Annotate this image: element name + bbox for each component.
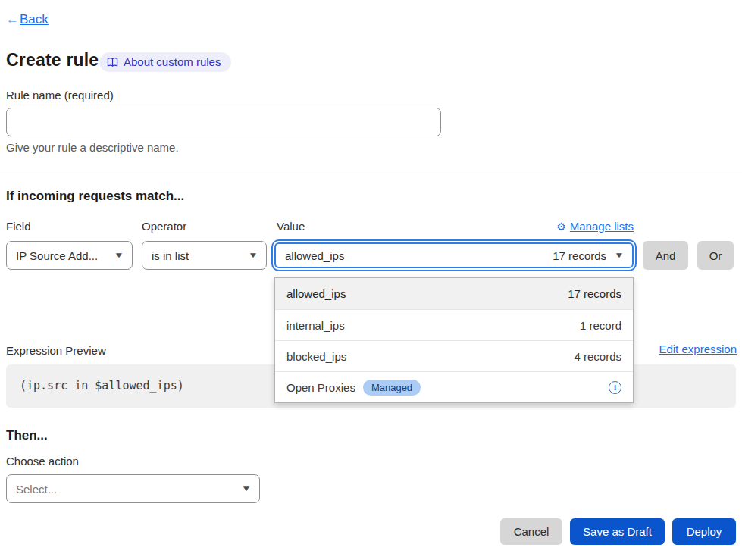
deploy-button[interactable]: Deploy <box>672 518 736 545</box>
list-item-name: Open Proxies <box>286 381 355 394</box>
match-section-title: If incoming requests match... <box>6 189 184 204</box>
list-item-internal-ips[interactable]: internal_ips 1 record <box>275 309 633 340</box>
managed-badge: Managed <box>363 380 421 396</box>
section-divider <box>0 174 742 174</box>
gear-icon: ⚙ <box>556 221 566 233</box>
back-label: Back <box>20 12 49 27</box>
value-combobox[interactable]: allowed_ips 17 records ▼ <box>274 242 634 268</box>
page-title: Create rule <box>6 50 99 70</box>
value-combobox-text: allowed_ips <box>285 249 344 262</box>
back-arrow-icon: ← <box>6 12 19 27</box>
edit-expression-link[interactable]: Edit expression <box>659 343 737 355</box>
rule-name-input[interactable] <box>6 108 441 136</box>
rule-name-helper-text: Give your rule a descriptive name. <box>6 141 179 154</box>
list-item-name: internal_ips <box>286 319 345 332</box>
operator-select[interactable]: is in list ▼ <box>142 241 267 270</box>
list-item-records: 1 record <box>580 319 621 332</box>
manage-lists-label: Manage lists <box>570 220 634 233</box>
field-column-label: Field <box>6 220 31 233</box>
value-record-count: 17 records <box>553 249 606 262</box>
about-badge-label: About custom rules <box>124 55 221 68</box>
choose-action-label: Choose action <box>6 455 79 468</box>
operator-column-label: Operator <box>142 220 186 233</box>
field-select[interactable]: IP Source Add... ▼ <box>6 241 133 270</box>
expression-preview-label: Expression Preview <box>6 344 106 357</box>
value-dropdown-menu: allowed_ips 17 records internal_ips 1 re… <box>274 277 634 403</box>
list-item-name: allowed_ips <box>286 287 346 300</box>
save-as-draft-button[interactable]: Save as Draft <box>570 518 665 545</box>
chevron-down-icon: ▼ <box>248 252 258 259</box>
list-item-records: 4 records <box>574 350 621 363</box>
list-item-allowed-ips[interactable]: allowed_ips 17 records <box>275 278 633 309</box>
cancel-button[interactable]: Cancel <box>500 518 562 545</box>
info-icon[interactable]: i <box>609 381 621 394</box>
list-item-open-proxies[interactable]: Open Proxies Managed i <box>275 371 633 402</box>
about-custom-rules-badge[interactable]: About custom rules <box>99 52 231 72</box>
expression-code: (ip.src in $allowed_ips) <box>20 379 184 393</box>
rule-name-label: Rule name (required) <box>6 89 114 102</box>
book-icon <box>107 57 118 67</box>
operator-select-value: is in list <box>152 249 189 262</box>
list-item-records: 17 records <box>568 287 621 300</box>
chevron-down-icon: ▼ <box>241 485 251 493</box>
then-section-title: Then... <box>6 428 48 443</box>
list-item-name: blocked_ips <box>286 350 346 363</box>
and-button[interactable]: And <box>643 241 688 270</box>
or-button[interactable]: Or <box>697 241 734 270</box>
list-item-blocked-ips[interactable]: blocked_ips 4 records <box>275 340 633 371</box>
manage-lists-link[interactable]: ⚙ Manage lists <box>556 220 634 233</box>
action-select[interactable]: Select... ▼ <box>6 474 260 503</box>
chevron-down-icon: ▼ <box>614 252 624 259</box>
field-select-value: IP Source Add... <box>16 249 98 262</box>
value-column-label: Value <box>277 220 305 233</box>
chevron-down-icon: ▼ <box>114 252 124 259</box>
back-link[interactable]: ←Back <box>6 12 49 27</box>
action-select-placeholder: Select... <box>16 483 57 496</box>
